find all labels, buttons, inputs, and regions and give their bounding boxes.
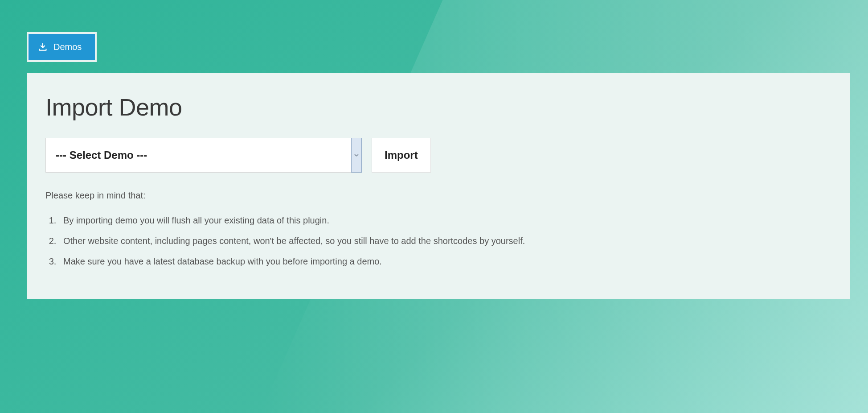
notice-list: By importing demo you will flush all you…: [45, 213, 831, 268]
tab-demos[interactable]: Demos: [27, 32, 97, 62]
main-panel: Import Demo --- Select Demo --- Import P…: [27, 73, 850, 299]
list-item: By importing demo you will flush all you…: [59, 213, 831, 227]
controls-row: --- Select Demo --- Import: [45, 138, 831, 173]
list-item: Make sure you have a latest database bac…: [59, 254, 831, 268]
page-title: Import Demo: [45, 93, 831, 121]
notice-intro: Please keep in mind that:: [45, 190, 831, 201]
tab-label: Demos: [53, 42, 82, 52]
tab-bar: Demos: [27, 32, 97, 62]
chevron-down-icon[interactable]: [351, 138, 362, 173]
download-icon: [38, 43, 47, 52]
demo-select-value: --- Select Demo ---: [45, 138, 351, 173]
list-item: Other website content, including pages c…: [59, 234, 831, 248]
demo-select[interactable]: --- Select Demo ---: [45, 138, 362, 173]
import-button[interactable]: Import: [372, 138, 431, 173]
